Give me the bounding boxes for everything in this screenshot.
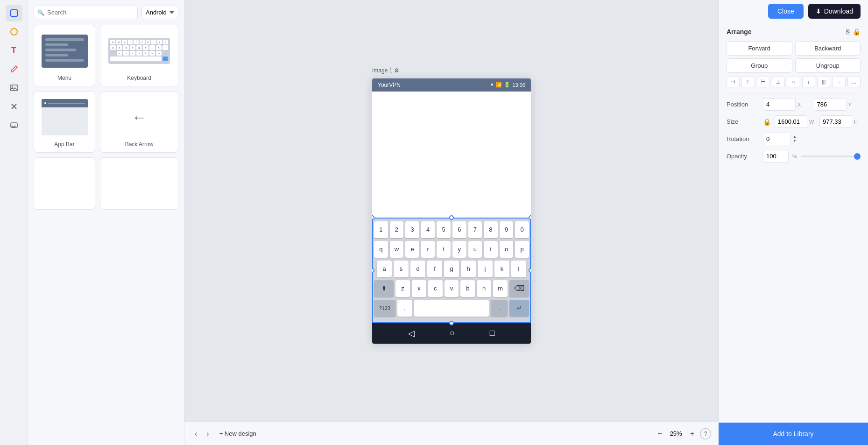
align-right[interactable]: ⊢ (757, 77, 770, 87)
nav-next[interactable]: › (204, 428, 212, 440)
kb-key-s[interactable]: s (394, 261, 409, 277)
component-card-empty1[interactable] (34, 157, 95, 210)
kb-enter[interactable]: ↵ (509, 300, 529, 317)
component-card-empty2[interactable] (100, 157, 178, 210)
kb-key-6[interactable]: 6 (452, 221, 466, 238)
kb-key-t[interactable]: t (437, 241, 451, 258)
distribute-h[interactable]: ||| (817, 77, 830, 87)
nav-prev[interactable]: ‹ (192, 428, 200, 440)
kb-key-e[interactable]: e (405, 241, 419, 258)
kb-key-y[interactable]: y (452, 241, 466, 258)
opacity-thumb[interactable] (854, 153, 861, 160)
group-button[interactable]: Group (727, 58, 792, 73)
kb-key-l[interactable]: l (511, 261, 526, 277)
backward-button[interactable]: Backward (795, 41, 861, 56)
help-button[interactable]: ? (700, 428, 711, 439)
kb-key-z[interactable]: z (395, 280, 410, 297)
lock-size-icon[interactable]: 🔒 (763, 118, 771, 126)
gear-icon[interactable]: ⚙ (394, 67, 399, 74)
kb-key-4[interactable]: 4 (421, 221, 435, 238)
kb-key-p[interactable]: p (515, 241, 529, 258)
close-button[interactable]: Close (768, 4, 804, 19)
kb-space[interactable] (414, 300, 489, 317)
rotation-input[interactable] (763, 133, 791, 145)
kb-delete[interactable]: ⌫ (509, 280, 529, 297)
new-design-button[interactable]: + New design (216, 428, 260, 439)
component-card-appbar[interactable]: App Bar (34, 91, 95, 153)
align-more[interactable]: … (847, 77, 861, 87)
kb-123[interactable]: ?123 (374, 300, 395, 317)
kb-key-c[interactable]: c (428, 280, 443, 297)
kb-key-v[interactable]: v (445, 280, 459, 297)
zoom-in-button[interactable]: + (687, 429, 697, 439)
kb-key-q[interactable]: q (374, 241, 388, 258)
forward-button[interactable]: Forward (727, 41, 792, 56)
kb-key-g[interactable]: g (444, 261, 459, 277)
ungroup-button[interactable]: Ungroup (795, 58, 861, 73)
component-card-backarrow[interactable]: ← Back Arrow (100, 91, 178, 153)
kb-key-8[interactable]: 8 (484, 221, 498, 238)
position-x-input[interactable] (763, 98, 796, 111)
kb-key-o[interactable]: o (500, 241, 514, 258)
nav-recent[interactable]: □ (490, 328, 495, 338)
sidebar-icon-image[interactable] (6, 79, 22, 96)
platform-select[interactable]: Android iOS Web (141, 6, 178, 19)
kb-key-9[interactable]: 9 (500, 221, 514, 238)
sidebar-icon-text[interactable]: T (6, 42, 22, 59)
sidebar-icon-inbox[interactable] (6, 117, 22, 134)
selection-handle-tm[interactable] (449, 215, 454, 220)
kb-key-b[interactable]: b (460, 280, 475, 297)
sidebar-icon-circle[interactable] (6, 23, 22, 40)
kb-key-5[interactable]: 5 (437, 221, 451, 238)
rotation-up[interactable]: ▲ (793, 135, 797, 139)
kb-key-x[interactable]: x (412, 280, 426, 297)
download-button[interactable]: ⬇ Download (808, 4, 861, 19)
align-top[interactable]: ⊤ (741, 77, 755, 87)
kb-key-0[interactable]: 0 (515, 221, 529, 238)
add-to-library-button[interactable]: Add to Library (719, 423, 868, 445)
arrange-icon-lock[interactable]: 🔒 (853, 28, 861, 35)
kb-key-d[interactable]: d (410, 261, 425, 277)
kb-key-j[interactable]: j (478, 261, 493, 277)
kb-key-h[interactable]: h (461, 261, 476, 277)
distribute-v[interactable]: ≡ (832, 77, 845, 87)
kb-comma[interactable]: , (397, 300, 412, 317)
search-input[interactable] (34, 6, 138, 19)
kb-shift[interactable]: ⬆ (374, 280, 394, 297)
align-center-v[interactable]: ↕ (802, 77, 815, 87)
kb-key-3[interactable]: 3 (405, 221, 419, 238)
selection-handle-mr[interactable] (529, 268, 531, 273)
canvas[interactable]: Image 1 ⚙ YourVPN ▾ 📶 🔋 13:00 (184, 0, 719, 422)
arrange-icon-copy[interactable]: ⎘ (846, 28, 850, 35)
nav-home[interactable]: ○ (450, 328, 455, 338)
kb-key-1[interactable]: 1 (374, 221, 388, 238)
align-center-h[interactable]: ↔ (787, 77, 800, 87)
sidebar-icon-square[interactable] (6, 5, 22, 21)
opacity-slider-wrap[interactable] (801, 155, 861, 157)
selection-handle-bm[interactable] (449, 321, 454, 325)
component-card-keyboard[interactable]: qwe rty uio p asd fgh jkl zxc vbn m (100, 25, 178, 86)
keyboard-selected-wrap[interactable]: 1 2 3 4 5 6 7 8 9 0 q w (372, 218, 531, 323)
selection-handle-tr[interactable] (529, 215, 531, 220)
kb-key-r[interactable]: r (421, 241, 435, 258)
kb-period[interactable]: . (491, 300, 508, 317)
position-y-input[interactable] (814, 98, 847, 111)
sidebar-icon-close[interactable] (6, 98, 22, 115)
nav-back[interactable]: ◁ (408, 328, 415, 339)
kb-key-i[interactable]: i (484, 241, 498, 258)
size-w-input[interactable] (775, 115, 807, 128)
align-left[interactable]: ⊣ (727, 77, 740, 87)
component-card-menu[interactable]: Menu (34, 25, 95, 86)
kb-key-2[interactable]: 2 (390, 221, 404, 238)
kb-key-m[interactable]: m (493, 280, 508, 297)
zoom-out-button[interactable]: − (655, 429, 664, 439)
align-bottom[interactable]: ⊥ (772, 77, 785, 87)
kb-key-7[interactable]: 7 (468, 221, 482, 238)
opacity-input[interactable] (763, 150, 789, 162)
kb-key-u[interactable]: u (468, 241, 482, 258)
sidebar-icon-pen[interactable] (6, 61, 22, 78)
kb-key-f[interactable]: f (427, 261, 442, 277)
rotation-down[interactable]: ▼ (793, 139, 797, 143)
size-h-input[interactable] (819, 115, 852, 128)
kb-key-w[interactable]: w (390, 241, 404, 258)
